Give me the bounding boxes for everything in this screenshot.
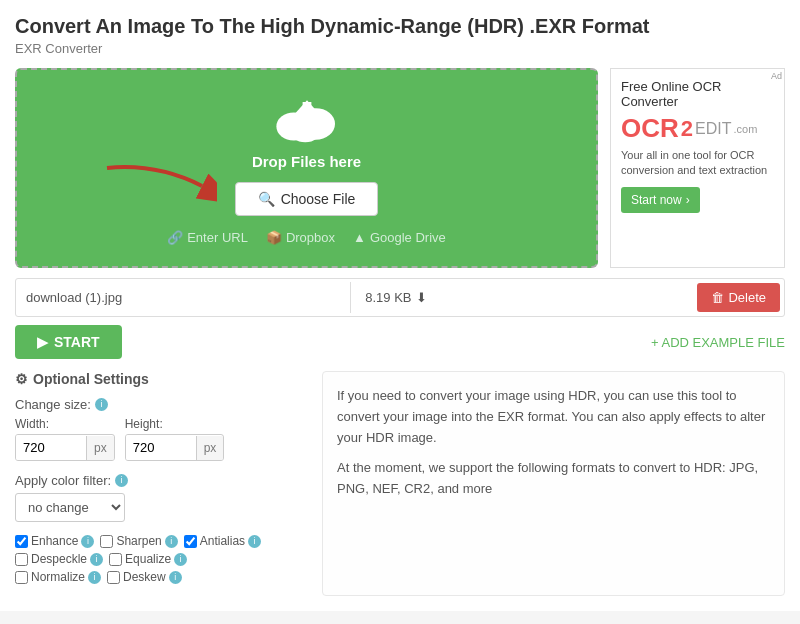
- color-filter-group: Apply color filter: i no change grayscal…: [15, 473, 310, 522]
- deskew-checkbox-item[interactable]: Deskew i: [107, 570, 182, 584]
- download-icon: ⬇: [416, 290, 427, 305]
- despeckle-checkbox-item[interactable]: Despeckle i: [15, 552, 103, 566]
- upload-drop-zone[interactable]: Drop Files here 🔍 Choose: [15, 68, 598, 268]
- ad-description: Your all in one tool for OCR conversion …: [621, 148, 774, 179]
- change-size-group: Change size: i Width: px Height:: [15, 397, 310, 461]
- height-field: Height: px: [125, 417, 225, 461]
- enter-url-link[interactable]: 🔗 Enter URL: [167, 230, 248, 245]
- page-title: Convert An Image To The High Dynamic-Ran…: [15, 15, 785, 38]
- add-example-button[interactable]: + ADD EXAMPLE FILE: [651, 335, 785, 350]
- file-size: 8.19 KB ⬇: [351, 282, 693, 313]
- choose-file-button[interactable]: 🔍 Choose File: [235, 182, 379, 216]
- enhance-checkbox[interactable]: [15, 535, 28, 548]
- color-filter-select[interactable]: no change grayscale sepia invert: [15, 493, 125, 522]
- delete-button[interactable]: 🗑 Delete: [697, 283, 780, 312]
- normalize-checkbox-item[interactable]: Normalize i: [15, 570, 101, 584]
- chevron-right-icon: ›: [686, 193, 690, 207]
- action-row: ▶ START + ADD EXAMPLE FILE: [15, 325, 785, 359]
- advertisement-box: Ad Free Online OCR Converter OCR2EDIT.co…: [610, 68, 785, 268]
- normalize-info-icon[interactable]: i: [88, 571, 101, 584]
- ad-tag: Ad: [771, 71, 782, 81]
- page-subtitle: EXR Converter: [15, 41, 785, 56]
- height-input[interactable]: [126, 435, 196, 460]
- ad-logo: OCR2EDIT.com: [621, 113, 774, 144]
- ad-title: Free Online OCR Converter: [621, 79, 774, 109]
- despeckle-info-icon[interactable]: i: [90, 553, 103, 566]
- antialias-checkbox[interactable]: [184, 535, 197, 548]
- sharpen-checkbox[interactable]: [100, 535, 113, 548]
- info-paragraph-2: At the moment, we support the following …: [337, 458, 770, 500]
- height-label: Height:: [125, 417, 225, 431]
- link-icon: 🔗: [167, 230, 183, 245]
- info-paragraph-1: If you need to convert your image using …: [337, 386, 770, 448]
- antialias-info-icon[interactable]: i: [248, 535, 261, 548]
- google-drive-icon: ▲: [353, 230, 366, 245]
- info-panel: If you need to convert your image using …: [322, 371, 785, 596]
- width-unit: px: [86, 436, 114, 460]
- arrow-indicator: [97, 158, 217, 211]
- normalize-checkbox[interactable]: [15, 571, 28, 584]
- settings-title: ⚙ Optional Settings: [15, 371, 310, 387]
- file-row: download (1).jpg 8.19 KB ⬇ 🗑 Delete: [15, 278, 785, 317]
- gear-icon: ⚙: [15, 371, 28, 387]
- dropbox-link[interactable]: 📦 Dropbox: [266, 230, 335, 245]
- color-filter-label: Apply color filter: i: [15, 473, 310, 488]
- despeckle-checkbox[interactable]: [15, 553, 28, 566]
- equalize-info-icon[interactable]: i: [174, 553, 187, 566]
- dropbox-icon: 📦: [266, 230, 282, 245]
- ad-start-button[interactable]: Start now ›: [621, 187, 700, 213]
- play-icon: ▶: [37, 334, 48, 350]
- height-unit: px: [196, 436, 224, 460]
- sharpen-checkbox-item[interactable]: Sharpen i: [100, 534, 177, 548]
- equalize-checkbox[interactable]: [109, 553, 122, 566]
- change-size-label: Change size: i: [15, 397, 310, 412]
- upload-cloud-icon: [272, 92, 342, 147]
- deskew-info-icon[interactable]: i: [169, 571, 182, 584]
- change-size-info-icon[interactable]: i: [95, 398, 108, 411]
- width-field: Width: px: [15, 417, 115, 461]
- enhance-checkbox-item[interactable]: Enhance i: [15, 534, 94, 548]
- search-icon: 🔍: [258, 191, 275, 207]
- file-name: download (1).jpg: [16, 282, 351, 313]
- sharpen-info-icon[interactable]: i: [165, 535, 178, 548]
- width-label: Width:: [15, 417, 115, 431]
- width-input[interactable]: [16, 435, 86, 460]
- google-drive-link[interactable]: ▲ Google Drive: [353, 230, 446, 245]
- enhance-info-icon[interactable]: i: [81, 535, 94, 548]
- settings-panel: ⚙ Optional Settings Change size: i Width…: [15, 371, 310, 596]
- drop-files-text: Drop Files here: [252, 153, 361, 170]
- antialias-checkbox-item[interactable]: Antialias i: [184, 534, 261, 548]
- equalize-checkbox-item[interactable]: Equalize i: [109, 552, 187, 566]
- trash-icon: 🗑: [711, 290, 724, 305]
- start-button[interactable]: ▶ START: [15, 325, 122, 359]
- color-filter-info-icon[interactable]: i: [115, 474, 128, 487]
- checkboxes-group: Enhance i Sharpen i Antialias i: [15, 534, 310, 584]
- deskew-checkbox[interactable]: [107, 571, 120, 584]
